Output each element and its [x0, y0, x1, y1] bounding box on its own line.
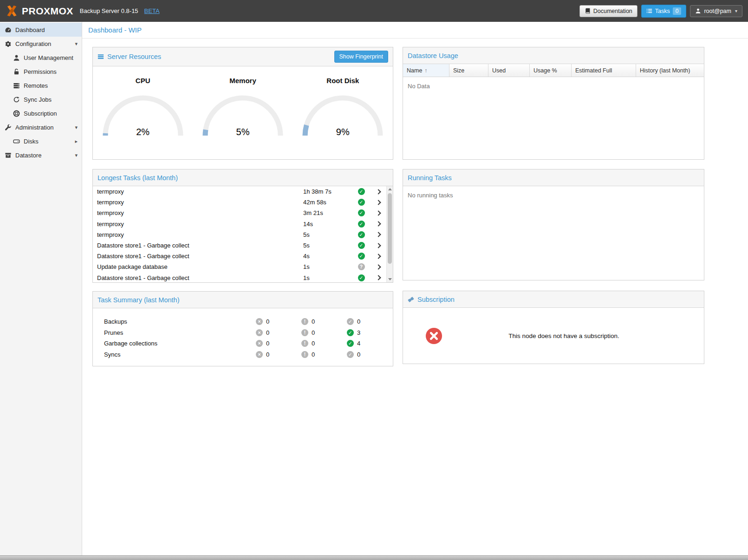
column-header-usage-percent[interactable]: Usage %: [530, 64, 572, 77]
scrollbar-thumb[interactable]: [388, 193, 392, 264]
chevron-down-icon[interactable]: ▾: [75, 124, 78, 130]
gauge-label: Memory: [193, 77, 293, 85]
chevron-down-icon[interactable]: ▾: [75, 41, 78, 47]
documentation-button[interactable]: Documentation: [579, 5, 637, 17]
task-row[interactable]: termproxy 14s ✓: [93, 219, 386, 229]
chevron-right-icon[interactable]: [371, 222, 386, 226]
datastore-usage-header: Datastore Usage: [403, 47, 704, 64]
column-header-history[interactable]: History (last Month): [636, 64, 704, 77]
server-icon: [12, 82, 20, 89]
column-header-estimated-full[interactable]: Estimated Full: [572, 64, 636, 77]
task-row[interactable]: termproxy 1h 38m 7s ✓: [93, 186, 386, 197]
scroll-down-icon[interactable]: [387, 276, 393, 282]
column-header-used[interactable]: Used: [488, 64, 530, 77]
beta-link[interactable]: BETA: [144, 7, 160, 14]
chevron-right-icon[interactable]: [371, 276, 386, 280]
user-menu-button[interactable]: root@pam ▾: [690, 5, 742, 17]
panel-title: Datastore Usage: [408, 52, 458, 59]
column-header-name[interactable]: Name ↑: [403, 64, 449, 77]
status-ok-icon: ✓: [358, 253, 365, 260]
root-disk-gauge: Root Disk 9%: [293, 77, 393, 159]
chevron-right-icon[interactable]: [371, 244, 386, 247]
error-count-icon: ×: [256, 329, 263, 336]
chevron-right-icon[interactable]: [371, 233, 386, 236]
sidebar-item-dashboard[interactable]: Dashboard: [0, 23, 82, 37]
horizontal-scrollbar[interactable]: [0, 555, 748, 560]
sidebar-item-sync-jobs[interactable]: Sync Jobs: [0, 92, 82, 106]
panel-title: Running Tasks: [408, 174, 452, 182]
no-running-tasks-text: No running tasks: [403, 186, 704, 204]
chevron-right-icon[interactable]: [371, 201, 386, 204]
sidebar-item-remotes[interactable]: Remotes: [0, 78, 82, 92]
summary-row-backups: Backups ×0 !0 ✓0: [104, 316, 393, 327]
warning-count-icon: !: [301, 340, 308, 347]
ok-count-icon: ✓: [347, 318, 354, 325]
sidebar-item-subscription[interactable]: Subscription: [0, 106, 82, 120]
task-row[interactable]: Update package database 1s ?: [93, 261, 386, 272]
life-ring-icon: [12, 110, 20, 117]
hdd-icon: [12, 138, 20, 145]
sidebar-item-user-management[interactable]: User Management: [0, 51, 82, 65]
proxmox-logo-icon: [6, 5, 18, 17]
chevron-right-icon[interactable]: [371, 254, 386, 258]
warning-count-icon: !: [301, 318, 308, 325]
summary-row-syncs: Syncs ×0 !0 ✓0: [104, 349, 393, 360]
sidebar-item-datastore[interactable]: Datastore ▾: [0, 148, 82, 162]
panel-task-summary: Task Summary (last Month) Backups ×0 !0 …: [92, 291, 393, 366]
user-icon: [695, 8, 701, 14]
panel-title: Server Resources: [107, 53, 161, 60]
page-title-bar: Dashboard - WIP: [82, 22, 748, 39]
chevron-right-icon[interactable]: [371, 211, 386, 215]
show-fingerprint-button[interactable]: Show Fingerprint: [334, 51, 389, 63]
sidebar-item-label: Disks: [24, 138, 39, 145]
gauges-row: CPU 2% Memory: [93, 66, 393, 159]
chevron-right-icon[interactable]: ▸: [75, 138, 78, 144]
column-header-size[interactable]: Size: [449, 64, 488, 77]
status-ok-icon: ✓: [358, 242, 365, 249]
summary-row-prunes: Prunes ×0 !0 ✓3: [104, 327, 393, 339]
sidebar-item-configuration[interactable]: Configuration ▾: [0, 37, 82, 51]
task-row[interactable]: Datastore store1 - Garbage collect 5s ✓: [93, 240, 386, 251]
task-list-icon: [646, 8, 652, 14]
chevron-down-icon: ▾: [735, 8, 737, 13]
task-row[interactable]: termproxy 5s ✓: [93, 229, 386, 240]
user-label: root@pam: [704, 8, 731, 14]
gauge-value: 9%: [299, 127, 387, 137]
sidebar-item-label: Datastore: [15, 152, 41, 159]
task-row[interactable]: Datastore store1 - Garbage collect 4s ✓: [93, 251, 386, 261]
refresh-icon: [12, 96, 20, 103]
task-row[interactable]: termproxy 42m 58s ✓: [93, 197, 386, 208]
sidebar-item-label: Administration: [15, 124, 53, 131]
gauge-label: CPU: [93, 77, 193, 85]
panel-datastore-usage: Datastore Usage Name ↑ Size Used Usage %…: [403, 47, 704, 160]
scroll-up-icon[interactable]: [387, 186, 393, 192]
documentation-label: Documentation: [593, 8, 632, 14]
sort-ascending-icon: ↑: [424, 67, 427, 74]
gauge-label: Root Disk: [293, 77, 393, 85]
summary-row-garbage-collections: Garbage collections ×0 !0 ✓4: [104, 338, 393, 349]
error-count-icon: ×: [256, 340, 263, 347]
chevron-right-icon[interactable]: [371, 265, 386, 269]
sidebar-item-administration[interactable]: Administration ▾: [0, 120, 82, 134]
panel-subscription: Subscription This node does not have a s…: [403, 291, 704, 364]
vertical-scrollbar[interactable]: [386, 186, 393, 282]
panel-server-resources: Server Resources Show Fingerprint CPU: [92, 47, 393, 160]
gauge-value: 2%: [99, 127, 187, 137]
sidebar-item-label: Dashboard: [15, 26, 45, 33]
task-row[interactable]: termproxy 3m 21s ✓: [93, 208, 386, 218]
sidebar: Dashboard Configuration ▾ User Managemen…: [0, 22, 82, 555]
gears-icon: [4, 40, 12, 47]
chevron-right-icon[interactable]: [371, 190, 386, 194]
status-unknown-icon: ?: [358, 263, 365, 270]
tasks-button[interactable]: Tasks 0: [641, 5, 687, 18]
bars-icon: [98, 53, 104, 60]
status-ok-icon: ✓: [358, 221, 365, 228]
chevron-down-icon[interactable]: ▾: [75, 152, 78, 158]
sidebar-item-label: User Management: [24, 54, 73, 61]
error-count-icon: ×: [256, 318, 263, 325]
task-row[interactable]: Datastore store1 - Garbage collect 1s ✓: [93, 273, 386, 283]
gauge-value: 5%: [199, 127, 287, 137]
sidebar-item-permissions[interactable]: Permissions: [0, 65, 82, 78]
archive-icon: [4, 152, 12, 159]
sidebar-item-disks[interactable]: Disks ▸: [0, 134, 82, 148]
